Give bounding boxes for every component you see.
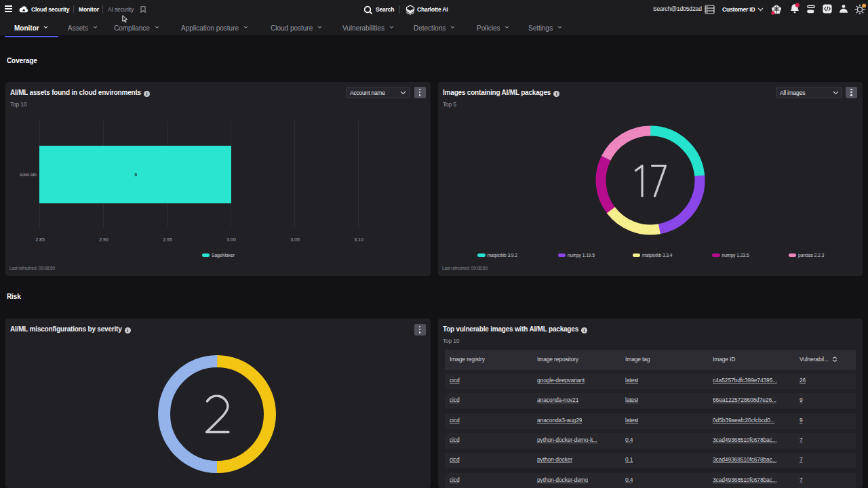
svg-text:3.05: 3.05 xyxy=(290,237,300,242)
svg-text:2.90: 2.90 xyxy=(99,237,108,242)
svg-text:solar-lab: solar-lab xyxy=(20,172,37,177)
svg-text:3: 3 xyxy=(134,171,137,178)
svg-text:3.00: 3.00 xyxy=(226,237,236,242)
svg-text:2.85: 2.85 xyxy=(35,237,45,242)
svg-text:2.95: 2.95 xyxy=(163,237,172,242)
svg-text:3.10: 3.10 xyxy=(354,237,363,242)
